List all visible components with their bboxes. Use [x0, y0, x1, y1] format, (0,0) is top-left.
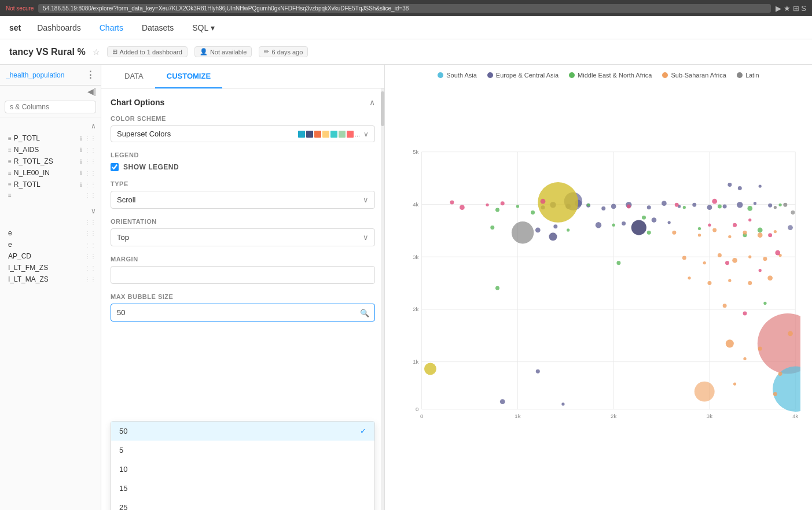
svg-point-111 [759, 269, 762, 272]
browser-bar: Not secure 54.186.55.19:8080/explore/?fo… [0, 0, 812, 16]
dropdown-item-50[interactable]: 50 ✓ [111, 422, 374, 441]
orientation-value: Top [117, 233, 129, 242]
info-icon[interactable]: ℹ [80, 147, 82, 153]
list-item[interactable]: ≡ N_LE00_IN ℹ ⋮⋮ [0, 167, 101, 179]
url-bar[interactable]: 54.186.55.19:8080/explore/?form_data_key… [38, 4, 771, 13]
section-header-2[interactable]: ∨ [0, 205, 101, 217]
dataset-name[interactable]: _health_population [6, 71, 64, 79]
collapse-chart-options-button[interactable]: ∧ [369, 98, 375, 107]
bubble-size-input-wrapper: 🔍 [111, 304, 375, 321]
color-scheme-field: COLOR SCHEME Superset Colors ... [111, 115, 375, 142]
svg-point-112 [743, 311, 747, 315]
tab-customize[interactable]: CUSTOMIZE [155, 65, 222, 88]
svg-point-121 [738, 186, 742, 190]
nav-sql[interactable]: SQL ▾ [190, 23, 216, 32]
nav-charts[interactable]: Charts [97, 23, 126, 32]
svg-text:2k: 2k [413, 306, 418, 312]
middle-panel: DATA CUSTOMIZE Chart Options ∧ COLOR SCH… [101, 65, 385, 510]
list-item[interactable]: ≡ R_TOTL ℹ ⋮⋮ [0, 179, 101, 190]
svg-point-46 [668, 221, 671, 224]
sidebar-more-icon[interactable]: ⋮ [86, 69, 95, 80]
drag-icon: ⋮⋮ [84, 253, 96, 260]
nav-brand: set [9, 23, 21, 32]
scatter-chart: 5k 4k 3k 2k 1k 0 0 1k 2k 3k 4k [396, 83, 800, 503]
field-name: AP_CD [8, 252, 84, 260]
svg-point-44 [631, 220, 646, 235]
type-selector[interactable]: Scroll ∨ [111, 191, 375, 209]
max-bubble-size-label: MAX BUBBLE SIZE [111, 293, 375, 300]
search-input[interactable] [5, 101, 96, 113]
legend-label-latin: Latin [745, 72, 759, 79]
list-item[interactable]: I_LT_MA_ZS ⋮⋮ [0, 274, 101, 285]
svg-point-123 [728, 183, 732, 187]
svg-point-89 [688, 276, 690, 279]
field-name: I_LT_MA_ZS [8, 275, 84, 283]
svg-point-124 [791, 210, 795, 215]
svg-point-85 [732, 258, 737, 263]
bubble-size-input[interactable] [111, 304, 375, 321]
svg-point-43 [622, 221, 626, 226]
dropdown-item-25[interactable]: 25 [111, 498, 374, 510]
list-item[interactable]: ≡ R_TOTL_ZS ℹ ⋮⋮ [0, 156, 101, 167]
list-item[interactable]: ≡ ⋮⋮ [0, 190, 101, 200]
info-icon[interactable]: ℹ [80, 158, 82, 165]
list-item[interactable]: ≡ N_AIDS ℹ ⋮⋮ [0, 144, 101, 156]
type-label: TYPE [111, 180, 375, 187]
svg-point-57 [490, 226, 494, 230]
svg-point-83 [703, 261, 706, 264]
list-item[interactable]: ⋮⋮ [0, 217, 101, 227]
svg-point-114 [783, 203, 787, 207]
chevron-down-icon[interactable]: ∨ [91, 207, 96, 215]
drag-icon: ⋮⋮ [84, 147, 96, 153]
info-icon[interactable]: ℹ [80, 182, 82, 188]
svg-point-84 [718, 253, 722, 257]
field-name: I_LT_FM_ZS [8, 264, 84, 272]
margin-input[interactable] [111, 266, 375, 284]
svg-point-51 [587, 204, 590, 206]
legend-dot [569, 72, 575, 78]
drag-icon: ⋮⋮ [84, 276, 96, 283]
legend-dot [487, 72, 493, 78]
scroll-thumb[interactable] [381, 91, 384, 126]
svg-point-34 [692, 203, 696, 207]
dropdown-item-10[interactable]: 10 [111, 460, 374, 479]
scrollbar[interactable] [381, 88, 384, 510]
swatch-3 [314, 131, 321, 138]
nav-dashboards[interactable]: Dashboards [35, 23, 83, 32]
chevron-up-icon[interactable]: ∧ [91, 122, 96, 130]
orientation-selector[interactable]: Top ∨ [111, 228, 375, 246]
svg-point-101 [773, 392, 777, 396]
svg-point-98 [743, 357, 746, 360]
svg-point-71 [541, 199, 546, 204]
info-icon[interactable]: ℹ [80, 170, 82, 176]
collapse-left-icon[interactable]: ◀| [87, 87, 96, 96]
svg-point-70 [627, 204, 631, 208]
dashboard-badge[interactable]: ⊞ Added to 1 dashboard [107, 46, 188, 57]
nav-datasets[interactable]: Datasets [139, 23, 176, 32]
list-item[interactable]: I_LT_FM_ZS ⋮⋮ [0, 262, 101, 274]
list-item[interactable]: AP_CD ⋮⋮ [0, 250, 101, 262]
dropdown-item-15[interactable]: 15 [111, 479, 374, 498]
svg-point-116 [495, 286, 499, 290]
show-legend-checkbox[interactable] [111, 163, 119, 171]
list-item[interactable]: ≡ P_TOTL ℹ ⋮⋮ [0, 132, 101, 144]
legend-label: Legend [111, 151, 375, 158]
dropdown-item-5[interactable]: 5 [111, 441, 374, 460]
svg-text:1k: 1k [413, 359, 418, 365]
svg-point-115 [512, 221, 534, 243]
list-item[interactable]: e ⋮⋮ [0, 227, 101, 239]
section-header-1[interactable]: ∧ [0, 120, 101, 132]
star-icon[interactable]: ☆ [93, 47, 100, 57]
field-actions: ⋮⋮ [84, 192, 96, 198]
svg-point-55 [747, 206, 752, 211]
color-scheme-selector[interactable]: Superset Colors ... ∨ [111, 125, 375, 142]
svg-point-104 [712, 199, 717, 204]
list-item[interactable]: e ⋮⋮ [0, 239, 101, 250]
main-layout: _health_population ⋮ ◀| ∧ ≡ P_TOTL ℹ ⋮⋮ [0, 65, 812, 510]
field-actions: ℹ ⋮⋮ [80, 158, 96, 165]
chart-svg: 5k 4k 3k 2k 1k 0 0 1k 2k 3k 4k [396, 83, 800, 503]
svg-point-106 [748, 219, 751, 221]
legend-label-ssa: Sub-Saharan Africa [671, 72, 726, 79]
tab-data[interactable]: DATA [113, 65, 155, 88]
info-icon[interactable]: ℹ [80, 135, 82, 142]
